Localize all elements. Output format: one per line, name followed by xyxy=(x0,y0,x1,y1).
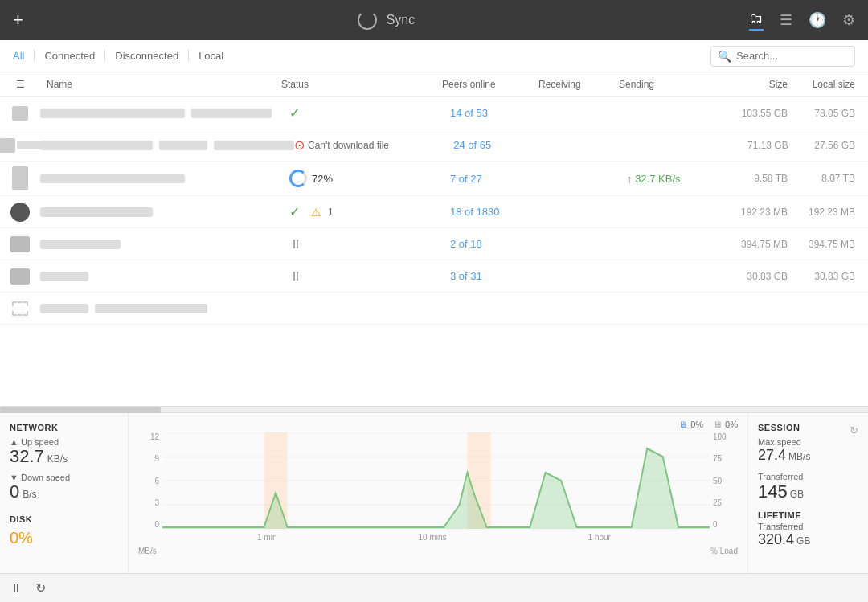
add-button[interactable]: + xyxy=(13,10,23,31)
session-sidebar: SESSION ↻ Max speed 27.4 MB/s Transferre… xyxy=(747,413,868,573)
list-tab-icon[interactable]: ☰ xyxy=(780,11,792,29)
row-status: 72% xyxy=(289,170,450,187)
sync-icon xyxy=(358,10,377,30)
row-icon xyxy=(0,203,40,222)
row-peers: 7 of 27 xyxy=(450,173,547,185)
table-row[interactable]: ⊙ Can't download file 24 of 65 71.13 GB … xyxy=(0,129,868,162)
y-label-left: MB/s xyxy=(138,547,157,555)
x-axis-labels: 1 min 10 mins 1 hour xyxy=(162,531,710,542)
header-size: Size xyxy=(707,79,788,90)
chart-svg: 1 min 10 mins 1 hour xyxy=(162,432,710,545)
table-row[interactable]: ⏸ 2 of 18 394.75 MB 394.75 MB xyxy=(0,228,868,260)
row-status: ✓ xyxy=(289,105,450,121)
row-name xyxy=(40,109,289,118)
row-peers: 2 of 18 xyxy=(450,238,547,250)
filter-tab-all[interactable]: All xyxy=(13,50,35,62)
lifetime-transferred-value: 320.4 xyxy=(758,531,794,548)
bottom-panel: NETWORK ▲ Up speed 32.7 KB/s ▼ Down spee… xyxy=(0,412,868,573)
transferred-value: 145 xyxy=(758,481,788,502)
row-peers: 3 of 31 xyxy=(450,270,547,282)
chart-area: 🖥 0% 🖥 0% 12 9 6 3 0 xyxy=(129,413,747,573)
y-axis-left: 12 9 6 3 0 xyxy=(138,432,162,545)
row-icon xyxy=(0,166,40,190)
refresh-button[interactable]: ↻ xyxy=(850,424,858,436)
row-local-size: 394.75 MB xyxy=(788,239,868,250)
row-icon xyxy=(0,301,40,316)
search-input[interactable] xyxy=(736,50,848,62)
header-sending: Sending xyxy=(619,79,707,90)
row-size: 30.83 GB xyxy=(707,271,788,282)
top-bar: + Sync 🗂 ☰ 🕐 ⚙ xyxy=(0,0,868,40)
session-title: SESSION xyxy=(758,423,800,432)
header-receiving: Receiving xyxy=(538,79,619,90)
bottom-action-bar: ⏸ ↻ xyxy=(0,573,868,602)
down-speed-unit: B/s xyxy=(23,489,36,500)
scrollbar-thumb[interactable] xyxy=(0,407,161,413)
filter-bar: All Connected Disconnected Local 🔍 xyxy=(0,40,868,72)
row-name xyxy=(40,304,289,313)
check-icon: ✓ xyxy=(289,105,300,121)
network-title: NETWORK xyxy=(10,423,118,432)
row-size: 394.75 MB xyxy=(707,239,788,250)
up-speed-unit: KB/s xyxy=(47,453,68,465)
table-row[interactable]: ✓ ⚠ 1 18 of 1830 192.23 MB 192.23 MB xyxy=(0,196,868,228)
table-header: ☰ Name Status Peers online Receiving Sen… xyxy=(0,72,868,97)
error-icon: ⊙ Can't download file xyxy=(294,137,389,153)
row-status: ✓ ⚠ 1 xyxy=(289,204,450,219)
network-sidebar: NETWORK ▲ Up speed 32.7 KB/s ▼ Down spee… xyxy=(0,413,129,573)
disk-value: 0% xyxy=(10,529,118,547)
y-axis-right: 100 75 50 25 0 xyxy=(710,432,738,545)
table-row[interactable]: ✓ 14 of 53 103.55 GB 78.05 GB xyxy=(0,97,868,129)
max-speed-label: Max speed xyxy=(758,437,858,447)
table-row[interactable]: 72% 7 of 27 ↑ 32.7 KB/s 9.58 TB 8.07 TB xyxy=(0,162,868,196)
row-size: 9.58 TB xyxy=(707,173,788,184)
clock-tab-icon[interactable]: 🕐 xyxy=(809,11,826,29)
table-row[interactable]: ⏸ 3 of 31 30.83 GB 30.83 GB xyxy=(0,260,868,293)
row-size: 103.55 GB xyxy=(707,108,788,119)
pause-all-button[interactable]: ⏸ xyxy=(10,581,23,596)
header-peers: Peers online xyxy=(442,79,538,90)
search-box[interactable]: 🔍 xyxy=(710,46,855,67)
check-icon: ✓ xyxy=(289,204,300,219)
up-speed-value: 32.7 xyxy=(10,447,44,466)
max-speed-unit: MB/s xyxy=(788,451,810,462)
chart-wrapper: 12 9 6 3 0 xyxy=(138,432,738,545)
row-local-size: 30.83 GB xyxy=(788,271,868,282)
horizontal-scrollbar[interactable] xyxy=(0,406,868,412)
search-icon: 🔍 xyxy=(718,50,731,63)
filter-icon[interactable]: ☰ xyxy=(16,79,25,90)
row-name xyxy=(40,207,289,217)
table-row[interactable] xyxy=(0,293,868,325)
row-status: ⏸ xyxy=(289,237,450,252)
max-speed-value: 27.4 xyxy=(758,447,786,464)
filter-tab-connected[interactable]: Connected xyxy=(35,50,105,62)
row-size: 192.23 MB xyxy=(707,207,788,218)
lifetime-transferred-label: Transferred xyxy=(758,522,858,531)
header-name: Name xyxy=(40,79,281,90)
row-size: 71.13 GB xyxy=(709,140,788,151)
filter-tab-disconnected[interactable]: Disconnected xyxy=(105,50,189,62)
axis-labels-row: MB/s % Load xyxy=(138,547,738,555)
warning-icon: ⚠ xyxy=(311,206,321,219)
filter-tab-local[interactable]: Local xyxy=(189,50,233,62)
row-name xyxy=(40,240,289,249)
row-icon xyxy=(0,106,40,121)
lifetime-transferred-row: Transferred 320.4 GB xyxy=(758,522,858,548)
svg-marker-7 xyxy=(162,448,710,529)
header-local-size: Local size xyxy=(788,79,868,90)
refresh-all-button[interactable]: ↻ xyxy=(35,580,46,596)
row-local-size: 8.07 TB xyxy=(788,173,868,184)
row-status: ⏸ xyxy=(289,269,450,284)
down-speed-value: 0 xyxy=(10,482,19,502)
row-peers: 18 of 1830 xyxy=(450,206,547,218)
row-local-size: 78.05 GB xyxy=(788,108,868,119)
pause-icon: ⏸ xyxy=(289,237,302,252)
upload-indicator: 🖥 0% xyxy=(678,420,703,429)
max-speed-row: Max speed 27.4 MB/s xyxy=(758,437,858,464)
filter-tabs: All Connected Disconnected Local xyxy=(13,50,710,62)
header-status: Status xyxy=(281,79,442,90)
chart-indicators: 🖥 0% 🖥 0% xyxy=(138,420,738,429)
load-icon: 🖥 xyxy=(713,420,722,429)
folder-tab-icon[interactable]: 🗂 xyxy=(749,10,764,31)
gear-tab-icon[interactable]: ⚙ xyxy=(842,11,855,29)
